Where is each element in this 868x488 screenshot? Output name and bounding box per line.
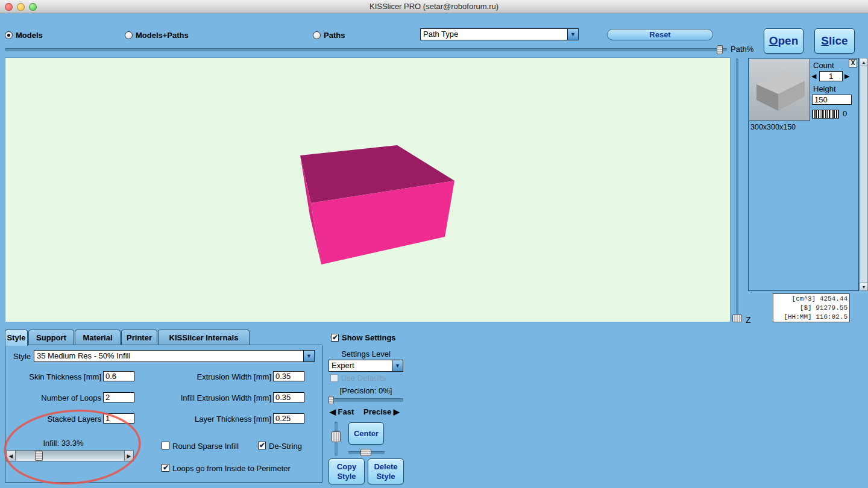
infill-percent-label: Infill: 33.3% xyxy=(18,439,108,448)
infill-slider[interactable] xyxy=(6,450,134,461)
scroll-up-icon[interactable]: ▲ xyxy=(860,58,867,66)
open-button[interactable]: Open xyxy=(764,28,804,54)
path-percent-slider[interactable] xyxy=(5,48,727,51)
show-settings-checkbox[interactable]: ✔ xyxy=(331,334,339,342)
radio-paths-label: Paths xyxy=(324,31,345,40)
infill-slider-left-icon[interactable]: ◀ xyxy=(6,450,16,461)
skin-thickness-input[interactable] xyxy=(103,371,134,381)
style-label: Style xyxy=(13,352,31,361)
radio-models-paths-label: Models+Paths xyxy=(136,31,189,40)
z-slider-handle[interactable] xyxy=(732,314,742,322)
barcode-icon[interactable] xyxy=(812,110,839,119)
infill-slider-handle[interactable] xyxy=(35,451,43,461)
precision-slider-handle[interactable] xyxy=(329,396,334,404)
stat-cost: [$] 91279.55 xyxy=(775,304,848,313)
kisslicer-window: KISSlicer PRO (setar@roboforum.ru) Model… xyxy=(0,0,868,488)
loops-inside-to-perimeter-checkbox[interactable]: ✔ xyxy=(162,464,169,472)
delete-style-button[interactable]: Delete Style xyxy=(368,458,404,484)
copy-style-button[interactable]: Copy Style xyxy=(329,458,365,484)
stacked-layers-input[interactable] xyxy=(103,413,134,424)
infill-extrusion-width-input[interactable] xyxy=(273,392,304,402)
estimate-stats: [cm^3] 4254.44 [$] 91279.55 [HH:MM] 116:… xyxy=(773,293,850,322)
tab-kisslicer-internals[interactable]: KISSlicer Internals xyxy=(158,330,250,345)
radio-dot xyxy=(7,34,10,37)
tab-support[interactable]: Support xyxy=(28,330,74,345)
path-type-dropdown[interactable]: Path Type ▼ xyxy=(420,28,579,40)
loops-inside-to-perimeter-label: Loops go from Inside to Perimeter xyxy=(172,464,291,473)
height-input[interactable] xyxy=(812,95,852,105)
model-thumbnail-image xyxy=(749,59,809,120)
count-label: Count xyxy=(813,61,834,70)
chevron-down-icon[interactable]: ▼ xyxy=(303,351,314,361)
radio-paths[interactable] xyxy=(313,31,321,39)
remove-model-button[interactable]: X xyxy=(849,59,857,67)
path-type-value: Path Type xyxy=(423,29,458,40)
horizontal-adjust-slider-handle[interactable] xyxy=(360,449,371,456)
extrusion-width-label: Extrusion Width [mm] xyxy=(164,372,271,381)
stacked-layers-label: Stacked Layers xyxy=(5,414,101,424)
z-axis-label: Z xyxy=(746,315,751,325)
use-defaults-checkbox xyxy=(330,374,338,382)
path-percent-label: Path% xyxy=(731,45,753,54)
precision-label: [Precision: 0%] xyxy=(329,386,403,395)
count-input[interactable] xyxy=(819,71,843,81)
z-slider[interactable] xyxy=(736,58,738,314)
stat-volume: [cm^3] 4254.44 xyxy=(775,295,848,304)
viewport-3d[interactable] xyxy=(5,57,731,322)
scroll-down-icon[interactable]: ▼ xyxy=(860,283,867,290)
infill-extrusion-width-label: Infill Extrusion Width [mm] xyxy=(164,393,271,402)
model-list-panel xyxy=(748,58,859,291)
settings-level-value: Expert xyxy=(332,360,354,371)
count-increment-icon[interactable]: ▶ xyxy=(844,72,849,80)
precision-slider[interactable] xyxy=(329,398,403,402)
window-title: KISSlicer PRO (setar@roboforum.ru) xyxy=(0,0,868,13)
model-3d xyxy=(5,58,730,322)
precise-label: Precise ▶ xyxy=(363,407,400,416)
count-decrement-icon[interactable]: ◀ xyxy=(811,72,816,80)
chevron-down-icon[interactable]: ▼ xyxy=(392,360,403,371)
printer-dimensions-label: 300x300x150 xyxy=(750,123,796,131)
tab-printer[interactable]: Printer xyxy=(121,330,157,345)
check-icon: ✔ xyxy=(332,333,338,342)
path-percent-slider-handle[interactable] xyxy=(717,45,723,54)
extrusion-width-input[interactable] xyxy=(273,371,304,381)
check-icon: ✔ xyxy=(163,463,169,472)
show-settings-label: Show Settings xyxy=(342,333,396,342)
settings-level-dropdown[interactable]: Expert ▼ xyxy=(329,360,403,372)
de-string-label: De-String xyxy=(269,442,302,451)
number-of-loops-label: Number of Loops xyxy=(5,393,101,402)
check-icon: ✔ xyxy=(259,441,265,449)
radio-models[interactable] xyxy=(5,31,13,39)
style-dropdown-value: 35 Medium Res - 50% Infill xyxy=(37,351,130,361)
tab-material[interactable]: Material xyxy=(75,330,121,345)
number-of-loops-input[interactable] xyxy=(103,392,134,402)
radio-models-label: Models xyxy=(16,31,43,40)
layer-thickness-label: Layer Thickness [mm] xyxy=(164,414,271,424)
chevron-down-icon[interactable]: ▼ xyxy=(567,29,578,40)
use-defaults-label: Use Defaults xyxy=(341,374,386,383)
slice-button[interactable]: Slice xyxy=(814,28,855,54)
skin-thickness-label: Skin Thickness [mm] xyxy=(5,372,101,381)
center-button[interactable]: Center xyxy=(348,422,384,445)
height-label: Height xyxy=(813,84,836,93)
barcode-value: 0 xyxy=(843,109,847,118)
de-string-checkbox[interactable]: ✔ xyxy=(258,442,266,449)
stat-time: [HH:MM] 116:02.5 xyxy=(775,313,848,322)
radio-models-paths[interactable] xyxy=(125,31,133,39)
tab-style[interactable]: Style xyxy=(5,330,28,346)
model-list-scrollbar[interactable]: ▲ ▼ xyxy=(860,58,868,291)
reset-button[interactable]: Reset xyxy=(607,29,713,40)
titlebar: KISSlicer PRO (setar@roboforum.ru) xyxy=(0,0,868,13)
fast-label: ◀ Fast xyxy=(330,407,354,416)
layer-thickness-input[interactable] xyxy=(273,413,304,424)
infill-slider-right-icon[interactable]: ▶ xyxy=(124,450,134,461)
model-thumbnail[interactable] xyxy=(749,59,810,121)
vertical-adjust-slider-handle[interactable] xyxy=(332,431,341,442)
style-dropdown[interactable]: 35 Medium Res - 50% Infill ▼ xyxy=(34,350,315,362)
round-sparse-infill-checkbox[interactable] xyxy=(162,442,169,449)
round-sparse-infill-label: Round Sparse Infill xyxy=(172,442,239,451)
settings-level-label: Settings Level xyxy=(329,349,403,358)
